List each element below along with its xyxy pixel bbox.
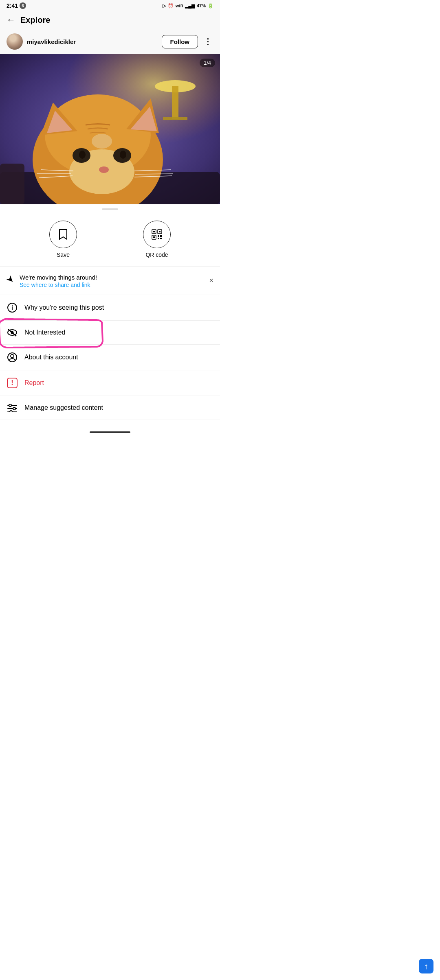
status-right: ▷ ⏰ wifi ▂▄▆ 47% 🔋: [163, 3, 213, 9]
svg-point-44: [9, 404, 11, 407]
svg-rect-35: [160, 238, 162, 239]
qr-icon: [151, 229, 163, 240]
qr-circle: [143, 221, 171, 248]
bottom-sheet: Save QR code: [0, 208, 220, 428]
notice-close-button[interactable]: ×: [209, 276, 213, 285]
svg-point-48: [10, 411, 12, 412]
bookmark-icon: [58, 229, 68, 240]
not-interested-text: Not Interested: [24, 329, 66, 336]
battery-icon: 🔋: [208, 3, 213, 9]
image-counter: 1/4: [200, 59, 215, 67]
menu-item-not-interested[interactable]: Not Interested: [0, 321, 220, 345]
menu-item-manage[interactable]: Manage suggested content: [0, 396, 220, 420]
status-bar: 2:41 6 ▷ ⏰ wifi ▂▄▆ 47% 🔋: [0, 0, 220, 11]
nav-bar-indicator: [90, 431, 130, 433]
status-left: 2:41 6: [7, 2, 26, 9]
qr-label: QR code: [145, 252, 168, 258]
svg-point-14: [120, 151, 126, 159]
svg-point-10: [99, 166, 109, 173]
svg-rect-27: [153, 231, 155, 232]
drag-handle[interactable]: [102, 208, 118, 210]
svg-rect-3: [172, 86, 178, 119]
report-text: Report: [24, 379, 44, 387]
about-account-text: About this account: [24, 354, 78, 361]
bottom-nav: [0, 428, 220, 436]
save-label: Save: [57, 252, 70, 258]
status-time: 2:41: [7, 2, 18, 9]
why-seeing-text: Why you're seeing this post: [24, 304, 104, 311]
send-icon: ➤: [4, 273, 16, 285]
back-button[interactable]: ←: [7, 15, 15, 25]
username-label: miyavlikedicikler: [27, 38, 158, 45]
alarm-icon: ⏰: [168, 3, 174, 9]
svg-rect-34: [158, 238, 159, 239]
save-circle: [49, 221, 77, 248]
signal-icon: ▂▄▆: [185, 3, 195, 9]
follow-button[interactable]: Follow: [162, 35, 198, 48]
person-circle-icon: [7, 352, 18, 363]
manage-suggested-text: Manage suggested content: [24, 404, 103, 411]
svg-point-25: [92, 134, 112, 149]
cat-image-svg: [0, 54, 220, 204]
avatar[interactable]: [7, 33, 23, 50]
svg-rect-33: [160, 235, 162, 237]
qr-action[interactable]: QR code: [143, 221, 171, 258]
svg-rect-6: [0, 164, 24, 204]
svg-rect-32: [158, 235, 159, 237]
svg-point-13: [79, 151, 86, 159]
svg-rect-4: [163, 117, 187, 120]
notice-text: We're moving things around! See where to…: [20, 273, 203, 288]
report-icon: !: [7, 378, 18, 388]
more-options-button[interactable]: ⋮: [202, 37, 213, 46]
save-action[interactable]: Save: [49, 221, 77, 258]
screen-record-icon: ▷: [163, 3, 166, 9]
svg-line-23: [135, 174, 173, 174]
action-row: Save QR code: [0, 217, 220, 267]
page-title: Explore: [20, 15, 50, 25]
svg-rect-31: [153, 236, 155, 238]
info-icon: i: [7, 302, 18, 313]
notice-banner: ➤ We're moving things around! See where …: [0, 267, 220, 295]
svg-text:i: i: [11, 304, 13, 311]
status-badge: 6: [20, 2, 26, 9]
menu-item-why-seeing[interactable]: i Why you're seeing this post: [0, 295, 220, 321]
battery-label: 47%: [197, 3, 206, 8]
post-image: 1/4: [0, 54, 220, 204]
notice-title: We're moving things around!: [20, 273, 203, 282]
wifi-icon: wifi: [176, 3, 183, 8]
post-header: miyavlikedicikler Follow ⋮: [0, 29, 220, 54]
svg-rect-29: [159, 231, 161, 232]
menu-item-report[interactable]: ! Report: [0, 370, 220, 396]
svg-point-42: [11, 354, 14, 358]
notice-link[interactable]: See where to share and link: [20, 282, 203, 288]
menu-item-about-account[interactable]: About this account: [0, 345, 220, 370]
sliders-icon: [7, 403, 18, 412]
eye-slash-icon: [7, 328, 18, 337]
page-header: ← Explore: [0, 11, 220, 29]
avatar-image: [7, 33, 23, 50]
svg-point-46: [13, 407, 15, 410]
